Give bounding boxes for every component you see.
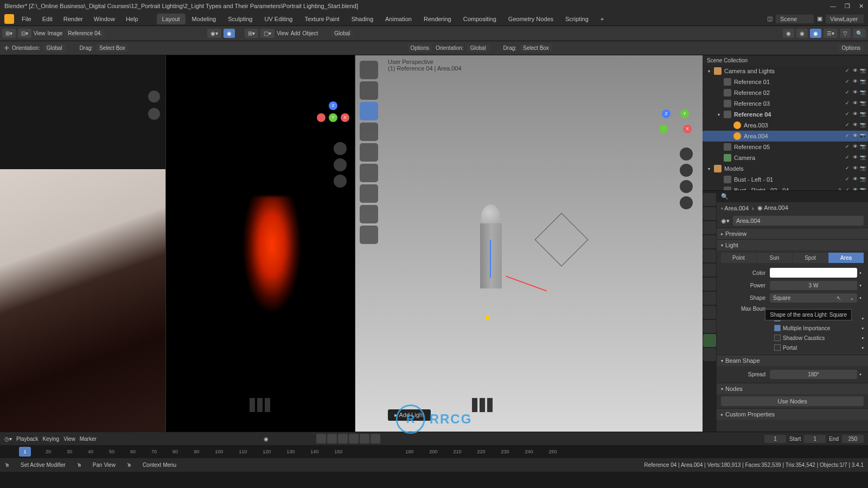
vp-pan-icon[interactable]: [680, 164, 693, 177]
timeline-cursor[interactable]: 1: [19, 447, 31, 457]
tab-texture[interactable]: Texture Paint: [299, 14, 344, 24]
tab-sculpting[interactable]: Sculpting: [222, 14, 258, 24]
axis-y-icon[interactable]: Y: [329, 113, 337, 122]
outliner-item[interactable]: Reference 03✓👁📷: [703, 98, 868, 109]
next-key-icon[interactable]: [360, 434, 369, 444]
tab-uv[interactable]: UV Editing: [259, 14, 298, 24]
outliner-item[interactable]: Bust - Left - 01✓👁📷: [703, 174, 868, 185]
tab-modeling[interactable]: Modeling: [187, 14, 222, 24]
vp-zoom-icon[interactable]: [680, 147, 693, 160]
vp-axis-z-icon[interactable]: Z: [662, 110, 671, 118]
outliner-item[interactable]: Bust - Right - 02 - 04⚠✓👁📷: [703, 185, 868, 191]
light-name-field[interactable]: Area.004: [733, 216, 864, 226]
tab-rendering[interactable]: Rendering: [418, 14, 457, 24]
vp-axis-yneg-icon[interactable]: [659, 125, 668, 133]
close-icon[interactable]: ✕: [859, 3, 864, 10]
render-engine-btn[interactable]: ◉: [224, 29, 235, 38]
cursor-tool[interactable]: [360, 81, 378, 100]
scale-tool[interactable]: [360, 143, 378, 162]
outliner-item[interactable]: Reference 01✓👁📷: [703, 76, 868, 87]
annotate-tool[interactable]: [360, 184, 378, 203]
options-dropdown[interactable]: Options: [407, 44, 432, 52]
rotate-tool[interactable]: [360, 123, 378, 141]
light-type-spot[interactable]: Spot: [793, 253, 828, 263]
drag-select-2[interactable]: Select Box: [520, 44, 552, 52]
menu-help[interactable]: Help: [123, 15, 142, 23]
outliner-item[interactable]: Area.003✓👁📷: [703, 120, 868, 131]
outliner-item[interactable]: ▾Models✓👁📷: [703, 163, 868, 174]
play-icon[interactable]: [349, 434, 359, 444]
move-gizmo-z[interactable]: [490, 240, 491, 278]
cursor-tool-icon[interactable]: ✢: [4, 45, 9, 51]
end-frame-field[interactable]: 250: [842, 435, 864, 443]
prop-tab-data[interactable]: [703, 334, 716, 347]
tab-scripting[interactable]: Scripting: [560, 14, 594, 24]
zoom-nav-icon[interactable]: [334, 142, 347, 155]
prop-tab-output[interactable]: [703, 207, 716, 220]
outliner-item[interactable]: Area.004✓👁📷: [703, 131, 868, 142]
search-icon[interactable]: 🔍: [853, 29, 866, 38]
mode-select[interactable]: ▢▾: [260, 29, 275, 38]
outliner-item[interactable]: Reference 05✓👁📷: [703, 142, 868, 152]
mode-dropdown[interactable]: ◉▾: [207, 29, 221, 38]
autokey-icon[interactable]: ◉: [264, 436, 269, 442]
play-rev-icon[interactable]: [338, 434, 348, 444]
beamshape-section-header[interactable]: ▾Beam Shape: [717, 355, 868, 366]
transform-orientation[interactable]: Global: [331, 29, 353, 37]
jump-start-icon[interactable]: [316, 434, 326, 444]
view-menu-2[interactable]: View: [277, 30, 289, 36]
vp-persp-icon[interactable]: [680, 196, 693, 209]
timeline-view-menu[interactable]: View: [63, 436, 75, 442]
maximize-icon[interactable]: ❐: [845, 3, 850, 10]
shape-dropdown[interactable]: Square ⌄ ↖: [770, 293, 857, 303]
vp-axis-x-icon[interactable]: X: [683, 125, 692, 133]
light-type-area[interactable]: Area: [828, 253, 864, 263]
axis-z-icon[interactable]: Z: [329, 101, 337, 110]
viewport-editor-type[interactable]: ⊞▾: [245, 29, 258, 38]
measure-tool[interactable]: [360, 205, 378, 223]
editor-type-dropdown[interactable]: ⊞▾: [2, 29, 16, 38]
tab-animation[interactable]: Animation: [380, 14, 417, 24]
outliner-item[interactable]: Reference 02✓👁📷: [703, 87, 868, 98]
prop-tab-particles[interactable]: [703, 292, 716, 305]
light-section-header[interactable]: ▾Light: [717, 240, 868, 251]
transform-tool[interactable]: [360, 164, 378, 182]
prop-tab-viewlayer[interactable]: [703, 221, 716, 234]
zoom-icon[interactable]: [148, 91, 160, 102]
breadcrumb-data[interactable]: ◉ Area.004: [757, 204, 788, 211]
orientation-select-2[interactable]: Global: [467, 44, 489, 52]
tab-layout[interactable]: Layout: [157, 14, 186, 24]
options-dropdown-2[interactable]: Options: [839, 44, 864, 52]
prop-tab-world[interactable]: [703, 249, 716, 262]
move-tool[interactable]: [360, 102, 378, 120]
color-field[interactable]: [770, 268, 857, 278]
spread-field[interactable]: 180°: [770, 370, 857, 379]
menu-file[interactable]: File: [18, 15, 35, 23]
light-type-sun[interactable]: Sun: [757, 253, 792, 263]
image-menu-label[interactable]: Image: [48, 30, 63, 36]
3d-viewport[interactable]: User Perspective (1) Reference 04 | Area…: [355, 55, 703, 432]
menu-window[interactable]: Window: [91, 15, 118, 23]
pedestal-mesh[interactable]: [480, 223, 502, 288]
area-light-gizmo[interactable]: [535, 213, 589, 267]
prop-tab-scene[interactable]: [703, 235, 716, 248]
camera-nav-icon[interactable]: [334, 175, 347, 188]
shading-rendered[interactable]: ◉: [810, 29, 821, 38]
move-gizmo-x[interactable]: [506, 275, 547, 291]
timeline-ruler[interactable]: 1 10203040506070809010011012013014015019…: [0, 445, 868, 458]
marker-menu[interactable]: Marker: [80, 436, 97, 442]
prop-tab-constraints[interactable]: [703, 320, 716, 333]
outliner-editor-type[interactable]: ☰▾: [824, 29, 838, 38]
light-type-point[interactable]: Point: [721, 253, 756, 263]
select-tool[interactable]: [360, 61, 378, 79]
drag-select[interactable]: Select Box: [96, 44, 129, 52]
pan-icon[interactable]: [148, 108, 160, 120]
pan-nav-icon[interactable]: [334, 158, 347, 171]
menu-render[interactable]: Render: [60, 15, 86, 23]
prop-tab-object[interactable]: [703, 264, 716, 277]
current-frame-field[interactable]: 1: [764, 435, 786, 443]
viewlayer-field[interactable]: ViewLayer: [826, 15, 864, 23]
add-menu[interactable]: Add: [291, 30, 301, 36]
power-field[interactable]: 3 W: [770, 281, 857, 290]
keying-menu[interactable]: Keying: [43, 436, 60, 442]
